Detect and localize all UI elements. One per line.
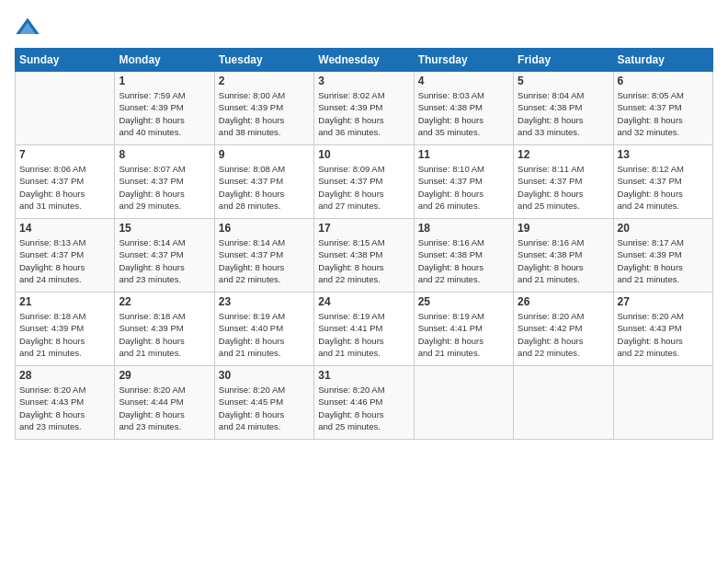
- day-info: Sunrise: 8:19 AM Sunset: 4:41 PM Dayligh…: [418, 310, 509, 359]
- day-number: 3: [318, 75, 409, 87]
- day-number: 17: [318, 222, 409, 235]
- calendar-cell: 17Sunrise: 8:15 AM Sunset: 4:38 PM Dayli…: [314, 219, 414, 293]
- day-info: Sunrise: 8:16 AM Sunset: 4:38 PM Dayligh…: [418, 236, 509, 285]
- day-info: Sunrise: 8:20 AM Sunset: 4:43 PM Dayligh…: [618, 310, 709, 359]
- day-number: 6: [618, 75, 709, 87]
- calendar-week-1: 1Sunrise: 7:59 AM Sunset: 4:39 PM Daylig…: [16, 72, 713, 145]
- day-info: Sunrise: 8:18 AM Sunset: 4:39 PM Dayligh…: [19, 310, 110, 359]
- day-info: Sunrise: 8:20 AM Sunset: 4:46 PM Dayligh…: [318, 384, 409, 432]
- calendar-cell: 18Sunrise: 8:16 AM Sunset: 4:38 PM Dayli…: [414, 219, 513, 293]
- calendar-cell: 22Sunrise: 8:18 AM Sunset: 4:39 PM Dayli…: [115, 293, 214, 366]
- day-info: Sunrise: 8:20 AM Sunset: 4:43 PM Dayligh…: [19, 384, 110, 432]
- calendar-cell: 26Sunrise: 8:20 AM Sunset: 4:42 PM Dayli…: [514, 293, 613, 366]
- day-number: 9: [219, 148, 310, 161]
- calendar-cell: 2Sunrise: 8:00 AM Sunset: 4:39 PM Daylig…: [214, 72, 313, 145]
- calendar-cell: 20Sunrise: 8:17 AM Sunset: 4:39 PM Dayli…: [613, 219, 712, 293]
- day-info: Sunrise: 7:59 AM Sunset: 4:39 PM Dayligh…: [119, 89, 210, 138]
- calendar-cell: 31Sunrise: 8:20 AM Sunset: 4:46 PM Dayli…: [314, 366, 414, 440]
- day-info: Sunrise: 8:20 AM Sunset: 4:45 PM Dayligh…: [219, 384, 310, 432]
- day-number: 22: [119, 295, 210, 308]
- calendar-cell: [613, 366, 712, 440]
- day-info: Sunrise: 8:18 AM Sunset: 4:39 PM Dayligh…: [119, 310, 210, 359]
- calendar-cell: 30Sunrise: 8:20 AM Sunset: 4:45 PM Dayli…: [214, 366, 313, 440]
- day-number: 12: [518, 148, 609, 161]
- calendar-header: SundayMondayTuesdayWednesdayThursdayFrid…: [16, 49, 713, 72]
- day-number: 2: [219, 75, 310, 87]
- calendar-cell: 9Sunrise: 8:08 AM Sunset: 4:37 PM Daylig…: [214, 145, 313, 219]
- day-info: Sunrise: 8:16 AM Sunset: 4:38 PM Dayligh…: [518, 236, 609, 285]
- day-info: Sunrise: 8:02 AM Sunset: 4:39 PM Dayligh…: [318, 89, 409, 138]
- day-number: 8: [119, 148, 210, 161]
- calendar-cell: 5Sunrise: 8:04 AM Sunset: 4:38 PM Daylig…: [514, 72, 613, 145]
- logo-icon: [15, 15, 40, 40]
- calendar-cell: 15Sunrise: 8:14 AM Sunset: 4:37 PM Dayli…: [115, 219, 214, 293]
- day-info: Sunrise: 8:00 AM Sunset: 4:39 PM Dayligh…: [219, 89, 310, 138]
- calendar-cell: 7Sunrise: 8:06 AM Sunset: 4:37 PM Daylig…: [16, 145, 115, 219]
- weekday-header-saturday: Saturday: [613, 49, 712, 72]
- day-info: Sunrise: 8:11 AM Sunset: 4:37 PM Dayligh…: [518, 163, 609, 212]
- calendar-cell: 28Sunrise: 8:20 AM Sunset: 4:43 PM Dayli…: [16, 366, 115, 440]
- calendar-cell: 16Sunrise: 8:14 AM Sunset: 4:37 PM Dayli…: [214, 219, 313, 293]
- day-number: 28: [19, 369, 110, 382]
- calendar-cell: 1Sunrise: 7:59 AM Sunset: 4:39 PM Daylig…: [115, 72, 214, 145]
- day-number: 14: [19, 222, 110, 235]
- day-number: 25: [418, 295, 509, 308]
- day-info: Sunrise: 8:03 AM Sunset: 4:38 PM Dayligh…: [418, 89, 509, 138]
- day-number: 23: [219, 295, 310, 308]
- day-info: Sunrise: 8:14 AM Sunset: 4:37 PM Dayligh…: [119, 236, 210, 285]
- day-info: Sunrise: 8:04 AM Sunset: 4:38 PM Dayligh…: [518, 89, 609, 138]
- calendar-cell: 24Sunrise: 8:19 AM Sunset: 4:41 PM Dayli…: [314, 293, 414, 366]
- calendar-cell: 6Sunrise: 8:05 AM Sunset: 4:37 PM Daylig…: [613, 72, 712, 145]
- day-info: Sunrise: 8:13 AM Sunset: 4:37 PM Dayligh…: [19, 236, 110, 285]
- weekday-header-wednesday: Wednesday: [314, 49, 414, 72]
- calendar-body: 1Sunrise: 7:59 AM Sunset: 4:39 PM Daylig…: [16, 72, 713, 440]
- calendar-cell: [414, 366, 513, 440]
- calendar-cell: 3Sunrise: 8:02 AM Sunset: 4:39 PM Daylig…: [314, 72, 414, 145]
- weekday-header-monday: Monday: [115, 49, 214, 72]
- calendar-cell: 23Sunrise: 8:19 AM Sunset: 4:40 PM Dayli…: [214, 293, 313, 366]
- day-number: 31: [318, 369, 409, 382]
- day-info: Sunrise: 8:20 AM Sunset: 4:42 PM Dayligh…: [518, 310, 609, 359]
- calendar-cell: 8Sunrise: 8:07 AM Sunset: 4:37 PM Daylig…: [115, 145, 214, 219]
- day-number: 26: [518, 295, 609, 308]
- day-info: Sunrise: 8:20 AM Sunset: 4:44 PM Dayligh…: [119, 384, 210, 432]
- day-info: Sunrise: 8:10 AM Sunset: 4:37 PM Dayligh…: [418, 163, 509, 212]
- day-number: 27: [618, 295, 709, 308]
- calendar-cell: 12Sunrise: 8:11 AM Sunset: 4:37 PM Dayli…: [514, 145, 613, 219]
- day-number: 19: [518, 222, 609, 235]
- day-info: Sunrise: 8:14 AM Sunset: 4:37 PM Dayligh…: [219, 236, 310, 285]
- weekday-row: SundayMondayTuesdayWednesdayThursdayFrid…: [16, 49, 713, 72]
- calendar-cell: 27Sunrise: 8:20 AM Sunset: 4:43 PM Dayli…: [613, 293, 712, 366]
- calendar-cell: 19Sunrise: 8:16 AM Sunset: 4:38 PM Dayli…: [514, 219, 613, 293]
- page-container: SundayMondayTuesdayWednesdayThursdayFrid…: [0, 0, 728, 447]
- day-number: 11: [418, 148, 509, 161]
- day-info: Sunrise: 8:07 AM Sunset: 4:37 PM Dayligh…: [119, 163, 210, 212]
- day-info: Sunrise: 8:09 AM Sunset: 4:37 PM Dayligh…: [318, 163, 409, 212]
- page-header: [15, 15, 713, 40]
- day-number: 16: [219, 222, 310, 235]
- day-number: 21: [19, 295, 110, 308]
- weekday-header-friday: Friday: [514, 49, 613, 72]
- day-number: 24: [318, 295, 409, 308]
- calendar-week-2: 7Sunrise: 8:06 AM Sunset: 4:37 PM Daylig…: [16, 145, 713, 219]
- calendar-cell: 11Sunrise: 8:10 AM Sunset: 4:37 PM Dayli…: [414, 145, 513, 219]
- weekday-header-thursday: Thursday: [414, 49, 513, 72]
- day-info: Sunrise: 8:06 AM Sunset: 4:37 PM Dayligh…: [19, 163, 110, 212]
- calendar-cell: [16, 72, 115, 145]
- day-info: Sunrise: 8:19 AM Sunset: 4:41 PM Dayligh…: [318, 310, 409, 359]
- day-number: 15: [119, 222, 210, 235]
- weekday-header-tuesday: Tuesday: [214, 49, 313, 72]
- day-info: Sunrise: 8:15 AM Sunset: 4:38 PM Dayligh…: [318, 236, 409, 285]
- calendar-cell: 13Sunrise: 8:12 AM Sunset: 4:37 PM Dayli…: [613, 145, 712, 219]
- calendar-cell: 29Sunrise: 8:20 AM Sunset: 4:44 PM Dayli…: [115, 366, 214, 440]
- day-number: 5: [518, 75, 609, 87]
- day-number: 13: [618, 148, 709, 161]
- calendar-cell: [514, 366, 613, 440]
- weekday-header-sunday: Sunday: [16, 49, 115, 72]
- calendar-week-4: 21Sunrise: 8:18 AM Sunset: 4:39 PM Dayli…: [16, 293, 713, 366]
- day-number: 1: [119, 75, 210, 87]
- calendar-cell: 4Sunrise: 8:03 AM Sunset: 4:38 PM Daylig…: [414, 72, 513, 145]
- day-number: 7: [19, 148, 110, 161]
- day-info: Sunrise: 8:08 AM Sunset: 4:37 PM Dayligh…: [219, 163, 310, 212]
- calendar-cell: 25Sunrise: 8:19 AM Sunset: 4:41 PM Dayli…: [414, 293, 513, 366]
